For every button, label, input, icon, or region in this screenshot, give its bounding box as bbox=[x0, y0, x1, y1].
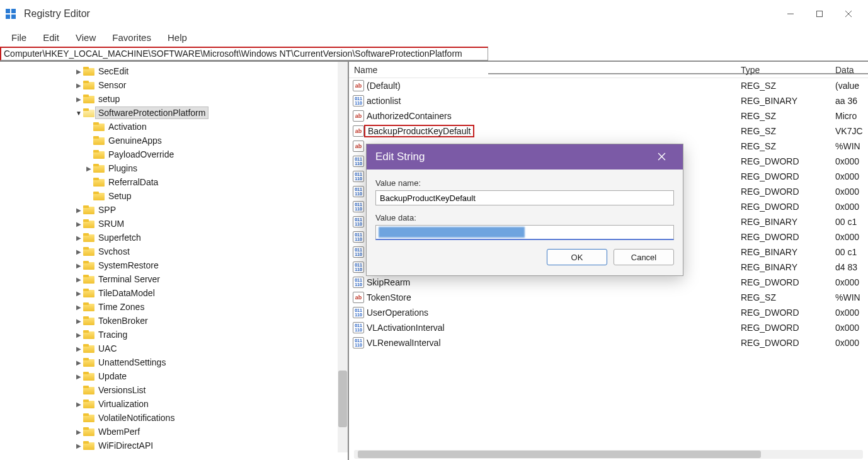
value-data: 0x000 bbox=[835, 156, 868, 166]
folder-icon bbox=[83, 247, 94, 256]
expand-chevron-icon[interactable]: ▶ bbox=[74, 373, 83, 380]
ok-button[interactable]: OK bbox=[547, 249, 607, 265]
menu-help[interactable]: Help bbox=[160, 30, 195, 45]
tree-item[interactable]: ▶VersionsList bbox=[0, 383, 348, 397]
dialog-close-button[interactable] bbox=[649, 152, 674, 163]
expand-chevron-icon[interactable]: ▶ bbox=[74, 331, 83, 338]
value-name-input[interactable] bbox=[375, 190, 674, 205]
tree-item[interactable]: ▶Setup bbox=[0, 189, 348, 203]
value-name: BackupProductKeyDefault bbox=[364, 125, 474, 137]
value-data-input[interactable] bbox=[375, 225, 674, 240]
tree-item[interactable]: ▶VolatileNotifications bbox=[0, 411, 348, 425]
tree-item[interactable]: ▶PayloadOverride bbox=[0, 147, 348, 161]
key-tree[interactable]: ▶SecEdit▶Sensor▶setup▼SoftwareProtection… bbox=[0, 62, 349, 460]
list-header[interactable]: Name Type Data bbox=[349, 62, 868, 78]
tree-item-label: Tracing bbox=[98, 330, 127, 340]
tree-item[interactable]: ▶Virtualization bbox=[0, 397, 348, 411]
expand-chevron-icon[interactable]: ▶ bbox=[74, 290, 83, 297]
value-name: TokenStore bbox=[367, 292, 411, 302]
list-scroll-thumb[interactable] bbox=[358, 451, 761, 458]
close-button[interactable] bbox=[834, 4, 863, 24]
expand-chevron-icon[interactable]: ▶ bbox=[74, 318, 83, 325]
string-value-icon: ab bbox=[353, 80, 364, 91]
tree-item[interactable]: ▶setup bbox=[0, 92, 348, 106]
expand-chevron-icon[interactable]: ▶ bbox=[74, 68, 83, 75]
tree-item[interactable]: ▼SoftwareProtectionPlatform bbox=[0, 106, 348, 120]
tree-scrollbar[interactable] bbox=[338, 62, 348, 452]
list-row[interactable]: ab(Default)REG_SZ(value bbox=[349, 78, 868, 93]
tree-item[interactable]: ▶SystemRestore bbox=[0, 258, 348, 272]
tree-item-label: UAC bbox=[98, 343, 117, 354]
tree-item[interactable]: ▶UAC bbox=[0, 342, 348, 355]
list-row[interactable]: 011110VLActivationIntervalREG_DWORD0x000 bbox=[349, 320, 868, 335]
expand-chevron-icon[interactable]: ▶ bbox=[74, 359, 83, 366]
col-type[interactable]: Type bbox=[741, 65, 835, 75]
list-row[interactable]: 011110VLRenewalIntervalREG_DWORD0x000 bbox=[349, 335, 868, 350]
value-type: REG_SZ bbox=[741, 141, 835, 151]
expand-chevron-icon[interactable]: ▼ bbox=[74, 110, 83, 117]
dialog-titlebar[interactable]: Edit String bbox=[367, 144, 683, 170]
expand-chevron-icon[interactable]: ▶ bbox=[74, 401, 83, 408]
tree-scroll-thumb[interactable] bbox=[338, 371, 347, 427]
menu-view[interactable]: View bbox=[68, 30, 103, 45]
string-value-icon: ab bbox=[353, 110, 364, 122]
col-data[interactable]: Data bbox=[835, 65, 868, 75]
expand-chevron-icon[interactable]: ▶ bbox=[74, 221, 83, 227]
tree-item[interactable]: ▶Terminal Server bbox=[0, 272, 348, 286]
svg-rect-5 bbox=[817, 11, 823, 16]
tree-item[interactable]: ▶TileDataModel bbox=[0, 286, 348, 300]
tree-item[interactable]: ▶Tracing bbox=[0, 328, 348, 342]
folder-icon bbox=[83, 372, 94, 381]
address-bar[interactable]: Computer\HKEY_LOCAL_MACHINE\SOFTWARE\Mic… bbox=[0, 47, 488, 60]
expand-chevron-icon[interactable]: ▶ bbox=[74, 234, 83, 241]
minimize-button[interactable] bbox=[776, 4, 805, 24]
list-scrollbar[interactable] bbox=[354, 450, 863, 459]
maximize-button[interactable] bbox=[805, 4, 834, 24]
list-row[interactable]: 011110actionlistREG_BINARYaa 36 bbox=[349, 93, 868, 108]
value-type: REG_SZ bbox=[741, 292, 835, 302]
tree-item[interactable]: ▶SPP bbox=[0, 203, 348, 217]
tree-item[interactable]: ▶Time Zones bbox=[0, 300, 348, 314]
tree-item[interactable]: ▶TokenBroker bbox=[0, 314, 348, 328]
value-name: VLRenewalInterval bbox=[367, 338, 441, 348]
tree-item[interactable]: ▶SecEdit bbox=[0, 64, 348, 78]
binary-value-icon: 011110 bbox=[353, 231, 364, 243]
tree-item[interactable]: ▶WiFiDirectAPI bbox=[0, 439, 348, 452]
expand-chevron-icon[interactable]: ▶ bbox=[74, 304, 83, 311]
list-row[interactable]: abTokenStoreREG_SZ%WIN bbox=[349, 290, 868, 305]
expand-chevron-icon[interactable]: ▶ bbox=[74, 345, 83, 352]
menu-favorites[interactable]: Favorites bbox=[105, 30, 159, 45]
list-row[interactable]: 011110UserOperationsREG_DWORD0x000 bbox=[349, 305, 868, 320]
value-data: 00 c1 bbox=[835, 217, 868, 227]
tree-item[interactable]: ▶UnattendSettings bbox=[0, 355, 348, 369]
tree-item-label: WbemPerf bbox=[98, 427, 140, 437]
tree-item[interactable]: ▶Svchost bbox=[0, 244, 348, 258]
col-name[interactable]: Name bbox=[349, 65, 741, 75]
expand-chevron-icon[interactable]: ▶ bbox=[74, 442, 83, 449]
expand-chevron-icon[interactable]: ▶ bbox=[74, 248, 83, 255]
tree-item[interactable]: ▶WbemPerf bbox=[0, 425, 348, 439]
tree-item[interactable]: ▶Superfetch bbox=[0, 231, 348, 244]
expand-chevron-icon[interactable]: ▶ bbox=[74, 428, 83, 435]
tree-item[interactable]: ▶ReferralData bbox=[0, 175, 348, 189]
expand-chevron-icon[interactable]: ▶ bbox=[74, 82, 83, 89]
tree-item[interactable]: ▶GenuineApps bbox=[0, 134, 348, 147]
expand-chevron-icon[interactable]: ▶ bbox=[74, 96, 83, 103]
menu-edit[interactable]: Edit bbox=[35, 30, 67, 45]
list-row[interactable]: abAuthorizedContainersREG_SZMicro bbox=[349, 108, 868, 124]
cancel-button[interactable]: Cancel bbox=[614, 249, 674, 265]
expand-chevron-icon[interactable]: ▶ bbox=[74, 276, 83, 283]
value-data: (value bbox=[835, 81, 868, 91]
tree-item[interactable]: ▶SRUM bbox=[0, 217, 348, 231]
tree-item[interactable]: ▶Plugins bbox=[0, 161, 348, 175]
tree-item[interactable]: ▶Sensor bbox=[0, 78, 348, 92]
list-row[interactable]: abBackupProductKeyDefaultREG_SZVK7JC bbox=[349, 124, 868, 139]
tree-item[interactable]: ▶Update bbox=[0, 369, 348, 383]
tree-item[interactable]: ▶Activation bbox=[0, 120, 348, 134]
value-type: REG_SZ bbox=[741, 111, 835, 121]
expand-chevron-icon[interactable]: ▶ bbox=[74, 207, 83, 214]
list-row[interactable]: 011110SkipRearmREG_DWORD0x000 bbox=[349, 275, 868, 290]
menu-file[interactable]: File bbox=[4, 30, 34, 45]
expand-chevron-icon[interactable]: ▶ bbox=[84, 165, 93, 172]
expand-chevron-icon[interactable]: ▶ bbox=[74, 262, 83, 269]
